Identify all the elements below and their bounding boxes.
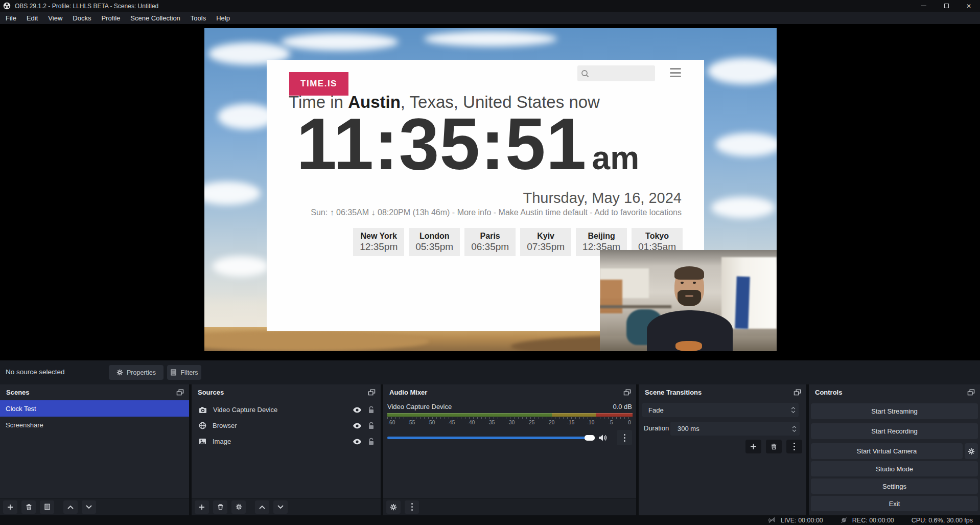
menu-docks[interactable]: Docks bbox=[67, 12, 96, 24]
transition-menu-button[interactable] bbox=[786, 440, 802, 453]
move-source-down-button[interactable] bbox=[273, 500, 288, 514]
menu-file[interactable]: File bbox=[1, 12, 21, 24]
menu-edit[interactable]: Edit bbox=[21, 12, 43, 24]
maximize-button[interactable] bbox=[935, 0, 958, 12]
transition-select[interactable]: Fade bbox=[642, 403, 799, 417]
sources-toolbar bbox=[192, 498, 381, 515]
transition-buttons-row bbox=[639, 440, 802, 453]
scene-item-clock-test[interactable]: Clock Test bbox=[0, 400, 189, 417]
start-streaming-button[interactable]: Start Streaming bbox=[811, 403, 978, 419]
rec-time: REC: 00:00:00 bbox=[852, 517, 894, 524]
add-source-button[interactable] bbox=[195, 500, 209, 514]
move-scene-up-button[interactable] bbox=[63, 500, 78, 514]
lock-icon[interactable] bbox=[368, 406, 375, 414]
person-mouth bbox=[685, 295, 693, 297]
clock-row: 11:35:51am bbox=[296, 108, 639, 180]
source-properties-button[interactable] bbox=[231, 500, 246, 514]
remove-transition-button[interactable] bbox=[766, 440, 782, 453]
chevron-up-icon bbox=[67, 505, 74, 509]
popout-icon[interactable] bbox=[623, 389, 631, 396]
menu-view[interactable]: View bbox=[43, 12, 67, 24]
preview-area[interactable]: TIME.IS Time in Austin, Texas, United St… bbox=[0, 24, 980, 360]
city-kyiv[interactable]: Kyiv07:35pm bbox=[520, 228, 571, 256]
duration-label: Duration bbox=[644, 424, 669, 432]
source-image[interactable]: Image bbox=[192, 433, 381, 449]
virtual-camera-settings-button[interactable] bbox=[965, 443, 978, 459]
menu-help[interactable]: Help bbox=[211, 12, 235, 24]
popout-icon[interactable] bbox=[967, 389, 975, 396]
video-preview[interactable]: TIME.IS Time in Austin, Texas, United St… bbox=[204, 28, 777, 351]
volume-slider-handle[interactable] bbox=[585, 435, 595, 441]
exit-button[interactable]: Exit bbox=[811, 496, 978, 511]
menu-scene-collection[interactable]: Scene Collection bbox=[125, 12, 185, 24]
visibility-eye-icon[interactable] bbox=[353, 423, 362, 429]
lock-icon[interactable] bbox=[368, 438, 375, 445]
city-paris[interactable]: Paris06:35pm bbox=[464, 228, 516, 256]
source-toolbar-row: No source selected Properties Filters bbox=[0, 360, 980, 384]
speaker-icon[interactable] bbox=[598, 434, 607, 442]
visibility-eye-icon[interactable] bbox=[353, 407, 362, 413]
current-date: Thursday, May 16, 2024 bbox=[523, 190, 682, 207]
mixer-menu-button[interactable] bbox=[405, 500, 419, 514]
webcam-overlay[interactable] bbox=[600, 250, 777, 351]
cloud bbox=[213, 256, 269, 277]
filters-button[interactable]: Filters bbox=[167, 365, 201, 380]
kebab-icon bbox=[624, 434, 625, 442]
move-scene-down-button[interactable] bbox=[82, 500, 96, 514]
minimize-button[interactable] bbox=[913, 0, 935, 12]
close-button[interactable]: ✕ bbox=[958, 0, 980, 12]
sun-info-line: Sun: ↑ 06:35AM ↓ 08:20PM (13h 46m) - Mor… bbox=[311, 208, 682, 217]
lock-icon[interactable] bbox=[368, 422, 375, 429]
city-newyork[interactable]: New York12:35pm bbox=[353, 228, 404, 256]
filter-icon bbox=[44, 504, 51, 510]
gear-icon bbox=[236, 504, 242, 510]
trash-icon bbox=[26, 504, 32, 510]
popout-icon[interactable] bbox=[368, 389, 376, 396]
properties-button[interactable]: Properties bbox=[109, 365, 164, 380]
audio-mixer-header: Audio Mixer bbox=[383, 384, 636, 400]
start-virtual-camera-button[interactable]: Start Virtual Camera bbox=[811, 443, 963, 459]
chevron-up-icon bbox=[259, 505, 265, 509]
remove-source-button[interactable] bbox=[213, 500, 227, 514]
person-beard bbox=[678, 290, 701, 306]
move-source-up-button[interactable] bbox=[255, 500, 269, 514]
duration-input[interactable]: 300 ms bbox=[670, 422, 800, 436]
cloud bbox=[715, 133, 777, 156]
remove-scene-button[interactable] bbox=[21, 500, 36, 514]
camera-icon bbox=[199, 406, 207, 414]
visibility-eye-icon[interactable] bbox=[353, 439, 362, 445]
obs-window: OBS 29.1.2 - Profile: LLHLS BETA - Scene… bbox=[0, 0, 980, 525]
source-video-capture-device[interactable]: Video Capture Device bbox=[192, 402, 381, 418]
close-icon: ✕ bbox=[966, 3, 971, 9]
search-input[interactable] bbox=[577, 65, 655, 81]
office-banner bbox=[735, 277, 750, 329]
cloud bbox=[708, 58, 777, 84]
duration-spinner-icons[interactable] bbox=[792, 426, 797, 432]
advanced-audio-button[interactable] bbox=[386, 500, 401, 514]
menu-hamburger-icon[interactable] bbox=[670, 68, 681, 77]
scene-item-screenshare[interactable]: Screenshare bbox=[0, 417, 189, 433]
obs-logo-icon bbox=[3, 2, 11, 10]
statusbar: LIVE: 00:00:00 REC: 00:00:00 CPU: 0.6%, … bbox=[0, 515, 980, 525]
menu-tools[interactable]: Tools bbox=[185, 12, 211, 24]
city-london[interactable]: London05:35pm bbox=[409, 228, 460, 256]
popout-icon[interactable] bbox=[176, 389, 184, 396]
add-transition-button[interactable] bbox=[745, 440, 761, 453]
scene-filters-button[interactable] bbox=[40, 500, 54, 514]
add-scene-button[interactable] bbox=[3, 500, 17, 514]
meter-tick-marks bbox=[387, 417, 633, 419]
add-favorite-link[interactable]: Add to favorite locations bbox=[594, 208, 682, 217]
channel-menu-button[interactable] bbox=[617, 430, 632, 445]
settings-button[interactable]: Settings bbox=[811, 478, 978, 494]
volume-slider[interactable] bbox=[387, 437, 594, 439]
menu-profile[interactable]: Profile bbox=[96, 12, 125, 24]
stream-inactive-icon bbox=[768, 517, 776, 523]
more-info-link[interactable]: More info bbox=[457, 208, 492, 217]
studio-mode-button[interactable]: Studio Mode bbox=[811, 461, 978, 476]
meter-db-scale: -60 -55 -50 -45 -40 -35 -30 -25 -20 -15 … bbox=[387, 420, 633, 426]
cloud bbox=[711, 197, 775, 218]
start-recording-button[interactable]: Start Recording bbox=[811, 423, 978, 439]
make-default-link[interactable]: Make Austin time default bbox=[499, 208, 588, 217]
source-browser[interactable]: Browser bbox=[192, 418, 381, 433]
popout-icon[interactable] bbox=[794, 389, 801, 396]
